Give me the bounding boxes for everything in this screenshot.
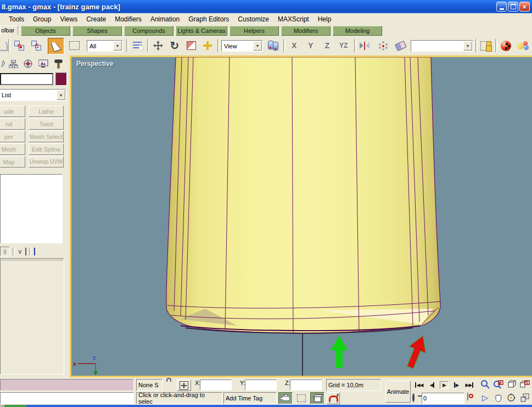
named-selection-set-field[interactable]: None S xyxy=(136,379,163,391)
selection-region-button[interactable] xyxy=(66,38,82,53)
current-frame-input[interactable] xyxy=(422,393,464,404)
absolute-mode-button[interactable] xyxy=(177,380,191,391)
select-and-scale-button[interactable] xyxy=(183,38,199,53)
perspective-viewport[interactable]: Perspective xyxy=(70,55,532,377)
menu-item-views[interactable]: Views xyxy=(55,14,82,24)
modifier-button-edit-spline[interactable]: Edit Spline xyxy=(29,143,64,155)
zoom-button[interactable] xyxy=(479,378,491,391)
restrict-y-button[interactable]: Y xyxy=(304,39,318,52)
command-tab-motion[interactable] xyxy=(21,57,35,70)
add-time-tag[interactable]: Add Time Tag xyxy=(223,392,277,404)
min-max-toggle-button[interactable] xyxy=(518,392,531,404)
modifier-button-lathe[interactable]: Lathe xyxy=(29,105,64,117)
modifier-stack-list[interactable] xyxy=(0,174,63,243)
select-object-button[interactable] xyxy=(48,38,64,54)
modifier-button-bend[interactable]: nd xyxy=(0,118,25,130)
select-and-move-button[interactable] xyxy=(150,38,166,53)
zoom-all-button[interactable] xyxy=(492,378,505,391)
dropdown-arrow-icon[interactable]: ▼ xyxy=(57,90,65,100)
snap-toggle-3d[interactable]: 3 xyxy=(327,392,340,404)
dropdown-arrow-icon[interactable]: ▼ xyxy=(113,41,122,51)
modifier-button-unwrap-uvw[interactable]: Unwrap UVW xyxy=(29,156,64,168)
select-and-rotate-button[interactable]: ↻ xyxy=(167,38,182,53)
tab-compounds[interactable]: Compounds xyxy=(124,26,173,36)
modifier-button-uvw-map[interactable]: Map xyxy=(0,156,25,168)
command-tab-hierarchy[interactable] xyxy=(7,57,20,70)
pin-stack-button[interactable]: || xyxy=(0,247,10,257)
mirror-button[interactable] xyxy=(357,38,372,53)
dropdown-arrow-icon[interactable]: ▼ xyxy=(253,41,262,51)
render-button[interactable] xyxy=(516,38,531,53)
menu-item-tools[interactable]: Tools xyxy=(4,14,29,24)
named-selection-dropdown[interactable]: ▼ xyxy=(411,40,473,52)
x-coord-input[interactable] xyxy=(200,380,232,391)
cylinder-object[interactable] xyxy=(166,57,440,333)
tab-lights-cameras[interactable]: Lights & Cameras xyxy=(176,26,227,36)
object-color-swatch[interactable] xyxy=(55,73,67,86)
previous-frame-button[interactable]: ◀ xyxy=(427,379,437,391)
use-pivot-point-button[interactable] xyxy=(266,38,281,53)
track-view-button[interactable] xyxy=(478,38,494,53)
menu-item-group[interactable]: Group xyxy=(29,14,55,24)
command-tab-utilities[interactable] xyxy=(52,57,65,70)
menu-item-customize[interactable]: Customize xyxy=(233,14,273,24)
reference-coordinate-dropdown[interactable]: View ▼ xyxy=(221,40,263,52)
modifier-button-twist[interactable]: Twist xyxy=(29,118,64,130)
go-to-start-button[interactable]: ◀◀ xyxy=(413,379,425,391)
tab-modeling[interactable]: Modeling xyxy=(333,26,382,36)
play-button[interactable]: ▶ xyxy=(439,379,450,391)
unlink-selection-button[interactable] xyxy=(29,38,44,53)
viewport-label[interactable]: Perspective xyxy=(76,60,113,68)
menu-item-help[interactable]: Help xyxy=(313,14,336,24)
next-frame-button[interactable]: ▶ xyxy=(451,379,461,391)
command-tab-display[interactable] xyxy=(36,57,50,70)
remove-modifier-button[interactable] xyxy=(25,248,26,255)
menu-item-create[interactable]: Create xyxy=(82,14,110,24)
menu-item-maxscript[interactable]: MAXScript xyxy=(273,14,313,24)
z-coord-input[interactable] xyxy=(290,380,322,391)
dropdown-arrow-icon[interactable]: ▼ xyxy=(463,41,472,51)
modifier-button-extrude[interactable]: ude xyxy=(0,105,25,117)
object-name-field[interactable] xyxy=(0,73,53,85)
arc-rotate-button[interactable] xyxy=(505,392,518,404)
menu-item-modifiers[interactable]: Modifiers xyxy=(110,14,146,24)
draft-mode-toggle[interactable] xyxy=(310,392,324,404)
y-coord-input[interactable] xyxy=(245,380,277,391)
start-button-edge[interactable] xyxy=(4,405,26,407)
selection-filter-toggle[interactable] xyxy=(295,392,308,404)
set-key-button[interactable] xyxy=(412,394,415,401)
show-end-result-button[interactable]: ∨ xyxy=(18,248,23,255)
material-editor-button[interactable] xyxy=(498,38,513,53)
tab-shapes[interactable]: Shapes xyxy=(72,26,122,36)
time-configuration-button[interactable] xyxy=(467,393,468,400)
modifier-list-dropdown[interactable]: List ▼ xyxy=(0,89,66,101)
zoom-extents-button[interactable] xyxy=(505,378,518,391)
adaptive-degradation-toggle[interactable] xyxy=(278,392,293,404)
animate-button[interactable]: Animate xyxy=(385,381,411,403)
tab-modifiers[interactable]: Modifiers xyxy=(281,26,331,36)
array-button[interactable] xyxy=(376,38,391,53)
configure-modifier-sets-button[interactable] xyxy=(34,248,35,255)
tab-objects[interactable]: Objects xyxy=(21,26,70,36)
align-button[interactable] xyxy=(393,38,408,53)
field-of-view-button[interactable]: ▷ xyxy=(479,392,491,404)
selection-filter-dropdown[interactable]: All ▼ xyxy=(87,40,123,52)
modifier-button-taper[interactable]: per xyxy=(0,131,25,142)
modifier-button-edit-mesh[interactable]: Mesh xyxy=(0,143,25,155)
minimize-button[interactable] xyxy=(496,2,507,12)
restrict-z-button[interactable]: Z xyxy=(320,39,334,52)
select-and-link-button[interactable] xyxy=(12,38,27,53)
modifier-button-mesh-select[interactable]: Mesh Select xyxy=(29,131,64,142)
pan-button[interactable] xyxy=(492,392,505,404)
close-button[interactable]: × xyxy=(519,2,530,12)
menu-item-graph-editors[interactable]: Graph Editors xyxy=(184,14,233,24)
title-bar[interactable]: 8.gmax - gmax - [trainz game pack] × xyxy=(0,0,532,13)
tab-main-toolbar[interactable]: olbar xyxy=(0,25,18,35)
windows-taskbar-edge[interactable] xyxy=(0,405,532,407)
restrict-x-button[interactable]: X xyxy=(287,39,301,52)
maxscript-mini-listener-white[interactable] xyxy=(0,392,134,404)
zoom-extents-all-button[interactable] xyxy=(518,378,531,391)
restrict-yz-plane-button[interactable]: YZ xyxy=(334,39,353,52)
select-and-manipulate-button[interactable] xyxy=(200,38,215,53)
menu-item-animation[interactable]: Animation xyxy=(146,14,184,24)
